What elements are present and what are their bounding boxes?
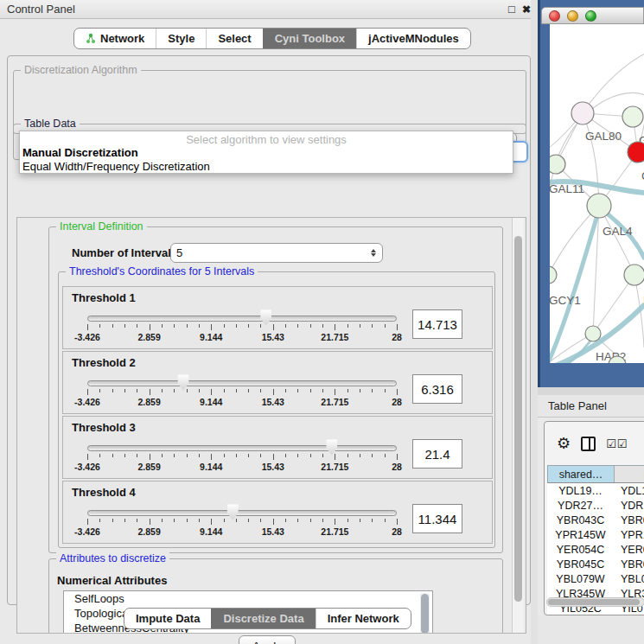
slider-track[interactable] [87, 445, 397, 451]
tab-discretize-data[interactable]: Discretize Data [211, 609, 315, 628]
scale-label: 9.144 [200, 332, 222, 342]
slider-scale-labels: -3.4262.8599.14415.4321.71528 [87, 462, 397, 472]
slider-track[interactable] [87, 510, 397, 516]
slider-scale-labels: -3.4262.8599.14415.4321.71528 [87, 526, 397, 537]
attributes-list-scrollbar[interactable] [420, 593, 430, 634]
number-of-intervals-combo[interactable]: 5 [170, 243, 383, 263]
threshold-value-field[interactable] [412, 504, 462, 533]
network-node-label: GAL4 [603, 225, 633, 238]
slider-ticks [87, 324, 397, 331]
threshold-value-field[interactable] [412, 439, 462, 469]
column-header[interactable]: shared… [548, 466, 615, 482]
control-panel-titlebar: Control Panel □ ✖ [0, 0, 538, 19]
network-node[interactable] [622, 106, 643, 127]
scale-label: 2.859 [137, 462, 160, 472]
network-node[interactable] [624, 265, 644, 285]
table-row[interactable]: YER054CYER0 [547, 542, 644, 557]
network-node[interactable] [571, 102, 594, 124]
table-row[interactable]: YBR045CYBR0 [547, 557, 644, 571]
table-cell: YBR045C [547, 557, 614, 571]
slider-track[interactable] [87, 380, 397, 386]
network-window-titlebar [541, 7, 644, 24]
tab-jactivemnodules[interactable]: jActiveMNodules [356, 29, 470, 48]
table-row[interactable]: YPR145WYPR1 [547, 527, 644, 542]
slider-ticks [87, 519, 397, 526]
network-icon [86, 33, 96, 44]
close-window-icon[interactable] [549, 10, 560, 22]
threshold-panel: Threshold 2-3.4262.8599.14415.4321.71528 [62, 351, 493, 414]
network-node[interactable] [585, 326, 601, 341]
algorithm-dropdown: Select algorithm to view settings Manual… [19, 131, 513, 174]
thresholds-group: Threshold's Coordinates for 5 Intervals … [58, 271, 495, 548]
tab-style[interactable]: Style [156, 29, 206, 48]
scale-label: -3.426 [74, 462, 100, 472]
algorithm-option[interactable]: Manual Discretization [20, 146, 513, 160]
scale-label: 28 [392, 332, 402, 342]
table-cell: YBL0 [614, 571, 644, 586]
tab-cyni-toolbox[interactable]: Cyni Toolbox [263, 29, 356, 48]
slider-track[interactable] [87, 316, 397, 322]
spinner-icon [371, 249, 377, 257]
scrollbar-thumb[interactable] [548, 599, 640, 605]
network-node[interactable] [550, 155, 565, 174]
network-canvas[interactable]: GAL80GACGAL11GAL4GCY1HHAP2 [550, 24, 644, 363]
scale-label: 9.144 [200, 526, 222, 537]
table-cell: YBL079W [547, 571, 614, 586]
table-horizontal-scrollbar[interactable] [546, 597, 644, 607]
thresholds-group-title: Threshold's Coordinates for 5 Intervals [66, 265, 258, 278]
scale-label: 15.43 [262, 462, 284, 472]
scale-label: -3.426 [74, 332, 100, 342]
tab-impute-data[interactable]: Impute Data [124, 609, 211, 628]
table-panel-gap [538, 387, 644, 395]
tab-network[interactable]: Network [74, 29, 156, 48]
slider-ticks [87, 389, 397, 396]
panel-gap [531, 0, 538, 644]
algorithm-option[interactable]: Equal Width/Frequency Discretization [20, 160, 513, 174]
tab-infer-network[interactable]: Infer Network [316, 609, 411, 628]
table-row[interactable]: YBR043CYBR0 [547, 513, 644, 527]
threshold-value-field[interactable] [412, 374, 462, 404]
table-row[interactable]: YBL079WYBL0 [547, 571, 644, 586]
network-node[interactable] [628, 142, 644, 163]
panel-title: Control Panel [7, 3, 75, 16]
gear-icon[interactable]: ⚙ [557, 436, 571, 451]
float-panel-icon[interactable]: □ [508, 3, 515, 15]
window-frame-edge [538, 0, 540, 387]
close-panel-icon[interactable]: ✖ [522, 4, 531, 15]
slider-scale-labels: -3.4262.8599.14415.4321.71528 [87, 397, 397, 407]
table-row[interactable]: YDR27…YDR2 [547, 498, 644, 513]
attributes-group-title: Attributes to discretize [56, 552, 169, 565]
network-node[interactable] [550, 266, 557, 284]
table-panel: ⚙ ☑☑ shared…name YDL19…YDL1YDR27…YDR2YBR… [544, 421, 644, 615]
threshold-label: Threshold 3 [72, 421, 136, 434]
threshold-panel: Threshold 1-3.4262.8599.14415.4321.71528 [62, 286, 493, 349]
scrollbar-thumb[interactable] [421, 594, 429, 634]
network-node-label: GAL80 [585, 130, 622, 143]
interval-definition-group-title: Interval Definition [56, 220, 147, 233]
settings-vertical-scrollbar[interactable] [512, 218, 524, 634]
table-cell: YDR2 [614, 498, 644, 513]
network-node[interactable] [587, 194, 611, 218]
attribute-list-item[interactable]: SelfLoops [64, 591, 432, 606]
tab-label: Network [100, 32, 144, 45]
bottom-tab-bar: Impute DataDiscretize DataInfer Network [124, 608, 411, 629]
minimize-window-icon[interactable] [567, 10, 578, 22]
split-columns-icon[interactable] [581, 437, 596, 451]
select-columns-icon[interactable]: ☑☑ [606, 437, 628, 450]
scrollbar-thumb[interactable] [514, 236, 522, 602]
tab-select[interactable]: Select [206, 29, 262, 48]
scale-label: 21.715 [321, 462, 348, 472]
table-panel-toolbar: ⚙ ☑☑ [545, 422, 644, 465]
settings-scroll-area: Interval Definition Number of Intervals … [16, 217, 526, 634]
tab-label: Style [168, 32, 194, 45]
table-panel-title: Table Panel [548, 399, 607, 412]
threshold-value-field[interactable] [412, 309, 462, 339]
network-node-label: GAL11 [550, 182, 584, 195]
zoom-window-icon[interactable] [585, 10, 596, 22]
table-row[interactable]: YDL19…YDL1 [547, 483, 644, 498]
column-header[interactable]: name [615, 466, 644, 482]
table-panel-footer [538, 615, 644, 644]
scale-label: 28 [392, 462, 402, 472]
scale-label: 28 [392, 397, 402, 407]
apply-button[interactable]: Apply [239, 635, 296, 644]
